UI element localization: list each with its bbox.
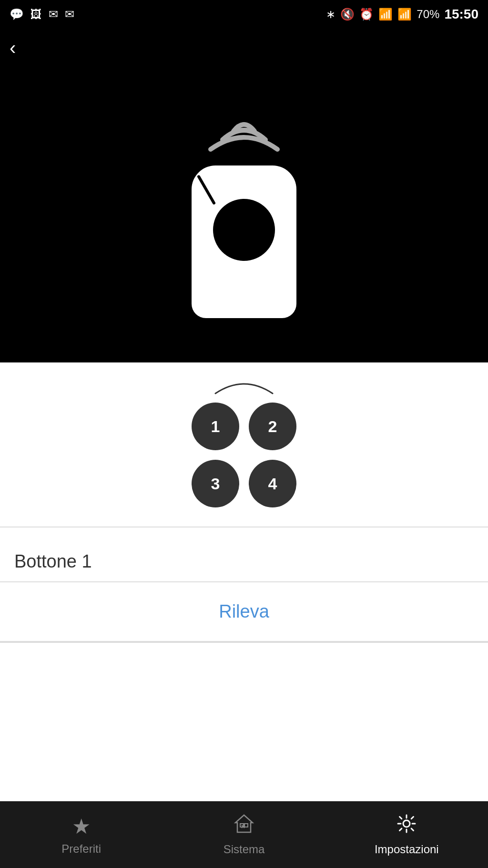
remote-illustration <box>192 111 296 318</box>
gear-icon <box>396 813 417 839</box>
alarm-icon: ⏰ <box>359 8 374 21</box>
tab-preferiti[interactable]: ★ Preferiti <box>0 809 163 860</box>
status-bar-right: ∗ 🔇 ⏰ 📶 📶 70% 15:50 <box>326 7 478 22</box>
home-icon <box>234 813 254 839</box>
bottone-label: Bottone 1 <box>14 551 92 571</box>
tab-sistema-label: Sistema <box>224 843 265 856</box>
battery-label: 70% <box>417 8 439 21</box>
signal-icon: 📶 <box>397 8 412 21</box>
sms-icon: ✉ <box>49 8 58 21</box>
button-row-1: 1 2 <box>192 403 296 450</box>
bottone-section: Bottone 1 <box>0 532 488 581</box>
image-icon: 🖼 <box>30 8 42 21</box>
remote-button-2[interactable]: 2 <box>249 403 296 450</box>
top-bar: ‹ <box>0 29 488 67</box>
bluetooth-icon: ∗ <box>326 8 336 21</box>
status-bar-left: 💬 🖼 ✉ ✉ <box>10 8 74 21</box>
star-icon: ★ <box>72 814 91 838</box>
remote-body <box>192 165 296 318</box>
tab-impostazioni[interactable]: Impostazioni <box>325 808 488 861</box>
gmail-icon: ✉ <box>65 8 74 21</box>
mute-icon: 🔇 <box>340 8 355 21</box>
tab-bar: ★ Preferiti Sistema <box>0 801 488 868</box>
wifi-waves-icon <box>196 111 292 161</box>
rileva-button[interactable]: Rileva <box>0 582 488 641</box>
status-bar: 💬 🖼 ✉ ✉ ∗ 🔇 ⏰ 📶 📶 70% 15:50 <box>0 0 488 29</box>
tab-sistema[interactable]: Sistema <box>163 808 325 861</box>
button-row-2: 3 4 <box>192 460 296 507</box>
remote-button-1[interactable]: 1 <box>192 403 239 450</box>
remote-notch <box>197 175 216 205</box>
svg-rect-2 <box>244 824 248 827</box>
bottom-partial <box>0 642 488 656</box>
remote-top-arc <box>196 372 292 398</box>
remote-button-4[interactable]: 4 <box>249 460 296 507</box>
status-time: 15:50 <box>444 7 478 22</box>
tab-preferiti-label: Preferiti <box>61 842 101 856</box>
divider-1 <box>0 527 488 527</box>
remote-panel: 1 2 3 4 <box>0 362 488 522</box>
svg-point-5 <box>403 820 410 827</box>
back-button[interactable]: ‹ <box>10 38 16 57</box>
remote-circle <box>213 199 275 261</box>
wifi-icon: 📶 <box>378 8 393 21</box>
tab-impostazioni-label: Impostazioni <box>375 843 439 856</box>
remote-button-3[interactable]: 3 <box>192 460 239 507</box>
whatsapp-icon: 💬 <box>10 8 24 21</box>
hero-area <box>0 67 488 362</box>
button-grid: 1 2 3 4 <box>192 403 296 507</box>
rileva-section: Rileva <box>0 581 488 642</box>
